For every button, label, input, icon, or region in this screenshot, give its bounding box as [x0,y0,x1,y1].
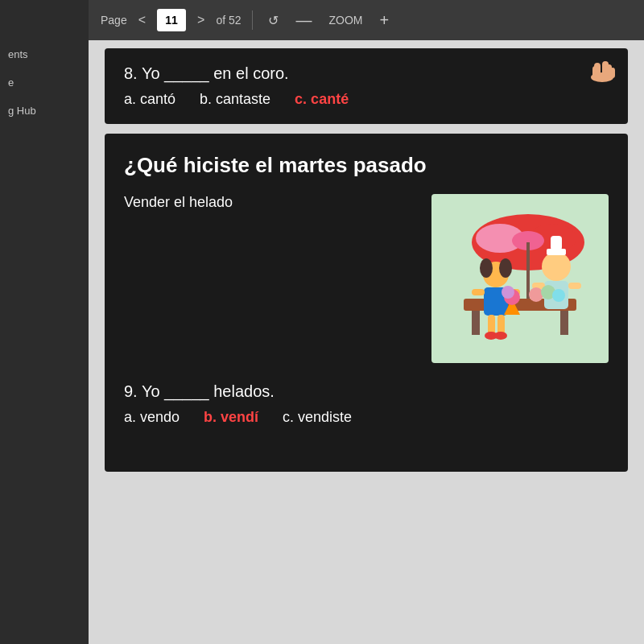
sidebar-item-ghub[interactable]: g Hub [8,105,80,117]
question-8-text: 8. Yo _____ en el coro. [124,64,609,83]
sidebar: ents e g Hub [0,0,89,644]
svg-rect-13 [472,311,480,335]
slide-question-8: 8. Yo _____ en el coro. a. cantó b. cant… [105,48,628,124]
question-8-answers: a. cantó b. cantaste c. canté [124,91,609,108]
svg-rect-25 [472,289,485,295]
question-9-section: 9. Yo _____ helados. a. vendo b. vendí c… [124,382,609,426]
zoom-label: ZOOM [329,14,363,27]
svg-point-29 [502,286,514,299]
slide2-text-col: Vender el helado [124,194,415,227]
slide2-title: ¿Qué hiciste el martes pasado [124,153,609,178]
main-content: Page < > of 52 ↺ — ZOOM + [89,0,644,644]
slide2-image [431,194,609,363]
slides-container: 8. Yo _____ en el coro. a. cantó b. cant… [89,40,644,644]
answer-8b[interactable]: b. cantaste [200,91,270,108]
svg-point-36 [494,332,507,340]
answer-9b[interactable]: b. vendí [204,409,258,426]
svg-point-32 [552,289,565,302]
reload-button[interactable]: ↺ [263,11,283,30]
svg-point-15 [542,252,571,281]
toolbar: Page < > of 52 ↺ — ZOOM + [89,0,644,40]
answer-8c[interactable]: c. canté [295,91,349,108]
answer-9a[interactable]: a. vendo [124,409,180,426]
answer-9c[interactable]: c. vendiste [283,409,352,426]
page-number-input[interactable] [157,9,186,31]
next-page-button[interactable]: > [192,11,209,29]
svg-rect-14 [560,311,568,335]
svg-point-30 [529,287,543,302]
svg-point-23 [499,258,512,278]
svg-rect-20 [568,283,581,289]
zoom-minus-button[interactable]: — [290,10,319,31]
question-9-answers: a. vendo b. vendí c. vendiste [124,409,609,426]
svg-rect-3 [592,66,598,78]
slide-que-hiciste: ¿Qué hiciste el martes pasado Vender el … [105,134,628,472]
svg-rect-5 [610,68,615,78]
zoom-plus-button[interactable]: + [374,10,396,31]
page-label: Page [101,14,127,27]
separator [252,10,253,30]
svg-rect-11 [526,242,530,307]
sidebar-item-e[interactable]: e [8,76,80,89]
foot-icon [586,55,618,83]
sidebar-item-ents[interactable]: ents [8,48,80,60]
answer-8a[interactable]: a. cantó [124,91,175,108]
total-pages: of 52 [216,14,241,27]
prev-page-button[interactable]: < [134,11,151,29]
question-9-text: 9. Yo _____ helados. [124,382,609,401]
slide2-content-row: Vender el helado [124,194,609,363]
svg-rect-17 [551,236,562,250]
slide2-subtitle: Vender el helado [124,194,415,211]
svg-point-22 [480,258,493,278]
